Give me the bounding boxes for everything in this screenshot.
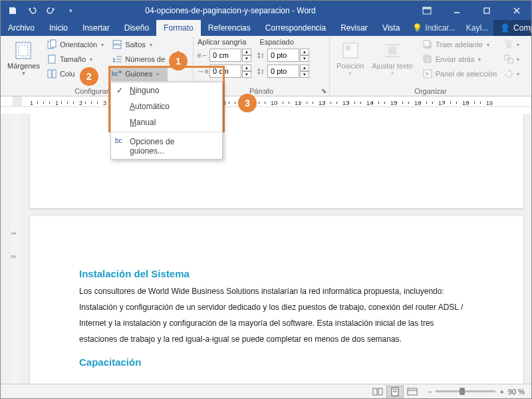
bulb-icon: 💡 — [412, 23, 422, 33]
svg-rect-20 — [345, 45, 350, 51]
web-layout-icon[interactable] — [404, 386, 421, 398]
svg-text:1: 1 — [112, 57, 116, 63]
space-before-spinner[interactable]: ‡↕▴▾ — [255, 48, 309, 63]
hyphen-manual-item[interactable]: Manual — [111, 114, 222, 130]
hyphenation-menu: Ninguno Automático Manual bcOpciones de … — [110, 82, 223, 160]
hyphen-options-label: Opciones de guiones... — [130, 137, 174, 156]
page-current[interactable]: Instalación del Sistema Los consultores … — [30, 216, 523, 384]
size-icon — [47, 54, 57, 65]
rotate-button[interactable]: ▾ — [501, 66, 522, 81]
read-mode-icon[interactable] — [369, 386, 386, 398]
send-back-button[interactable]: Enviar atrás▾ — [420, 52, 499, 66]
bring-forward-button[interactable]: Traer adelante▾ — [420, 37, 499, 52]
selection-pane-button[interactable]: Panel de selección — [420, 66, 499, 81]
orientation-button[interactable]: Orientación▾ — [44, 37, 106, 52]
paragraph-group-label: Párrafo — [249, 87, 273, 95]
svg-rect-1 — [423, 7, 431, 9]
undo-icon[interactable] — [27, 5, 37, 16]
space-after-spinner[interactable]: ‡↕▴▾ — [255, 64, 309, 78]
spacing-heading: Espaciado — [259, 38, 293, 46]
send-back-label: Enviar atrás — [436, 55, 475, 63]
space-after-input[interactable] — [267, 65, 299, 78]
tab-vista[interactable]: Vista — [375, 20, 407, 36]
svg-text:bc: bc — [112, 70, 118, 77]
callout-1: 1 — [169, 52, 188, 70]
tab-diseno[interactable]: Diseño — [117, 20, 156, 36]
tab-archivo[interactable]: Archivo — [1, 20, 42, 36]
tab-insertar[interactable]: Insertar — [75, 20, 117, 36]
zoom-out-button[interactable]: − — [428, 388, 432, 396]
svg-rect-30 — [506, 43, 511, 48]
hyphenation-label: Guiones — [125, 70, 152, 78]
doc-heading-1: Instalación del Sistema — [79, 268, 474, 279]
qat-dropdown-icon[interactable]: ▾ — [65, 5, 76, 16]
ribbon-display-icon[interactable] — [412, 1, 442, 20]
size-button[interactable]: Tamaño▾ — [44, 52, 106, 66]
horizontal-ruler[interactable]: 112345678910111213141516171819 — [1, 96, 531, 107]
tab-referencias[interactable]: Referencias — [201, 20, 258, 36]
columns-icon — [47, 68, 57, 79]
paragraph-launcher-icon[interactable]: ⬊ — [320, 87, 328, 95]
margins-icon — [13, 40, 34, 61]
group-icon — [503, 54, 514, 65]
svg-rect-8 — [49, 55, 55, 63]
tab-revisar[interactable]: Revisar — [333, 20, 375, 36]
indent-right-input[interactable] — [209, 65, 241, 78]
hyphenation-icon: bca- — [112, 68, 122, 79]
share-label: Compartir — [513, 23, 532, 33]
wrap-text-button[interactable]: Ajustar texto▼ — [368, 37, 417, 87]
line-numbers-button[interactable]: 1Números de — [109, 52, 168, 66]
position-label: Posición — [336, 62, 364, 70]
callout-3: 3 — [238, 94, 257, 112]
hyphen-auto-item[interactable]: Automático — [111, 98, 222, 114]
zoom-slider[interactable] — [436, 390, 495, 392]
send-back-icon — [422, 54, 433, 65]
zoom-in-button[interactable]: + — [499, 388, 503, 396]
window-title: 04-opciones-de-paginacion-y-separacion -… — [76, 6, 412, 15]
indent-left-spinner[interactable]: ≡←▴▾ — [198, 48, 251, 63]
space-before-input[interactable] — [267, 49, 299, 62]
breaks-icon — [112, 39, 122, 50]
svg-rect-38 — [408, 388, 417, 395]
tab-inicio[interactable]: Inicio — [42, 20, 75, 36]
position-button[interactable]: Posición▼ — [332, 37, 368, 87]
tab-formato[interactable]: Formato — [156, 20, 201, 36]
save-icon[interactable] — [7, 5, 18, 16]
orientation-label: Orientación — [60, 41, 97, 49]
account-name[interactable]: Kayl... — [461, 20, 493, 36]
chevron-down-icon: ▼ — [21, 70, 27, 76]
redo-icon[interactable] — [46, 5, 57, 16]
share-button[interactable]: 👤Compartir — [493, 20, 532, 36]
tab-correspondencia[interactable]: Correspondencia — [258, 20, 333, 36]
share-icon: 👤 — [500, 23, 510, 33]
hyphen-none-item[interactable]: Ninguno — [111, 82, 222, 98]
indent-left-input[interactable] — [209, 49, 241, 62]
svg-rect-7 — [51, 40, 56, 47]
hyphen-options-item[interactable]: bcOpciones de guiones... — [111, 134, 222, 159]
maximize-icon[interactable] — [471, 1, 501, 20]
svg-rect-11 — [113, 41, 121, 44]
line-numbers-label: Números de — [125, 55, 165, 63]
svg-rect-21 — [388, 47, 396, 55]
group-button[interactable]: ▾ — [501, 52, 522, 66]
callout-2: 2 — [80, 67, 98, 86]
arrange-group-label: Organizar — [414, 87, 446, 95]
align-icon — [503, 39, 514, 50]
svg-text:a-: a- — [118, 68, 122, 74]
svg-rect-34 — [378, 388, 382, 395]
close-icon[interactable] — [501, 1, 531, 20]
orientation-icon — [47, 39, 57, 50]
minimize-icon[interactable] — [442, 1, 471, 20]
svg-rect-27 — [425, 57, 431, 63]
indent-right-spinner[interactable]: →≡▴▾ — [198, 64, 251, 78]
print-layout-icon[interactable] — [386, 386, 404, 398]
tell-me[interactable]: 💡Indicar... — [407, 20, 460, 36]
vertical-ruler[interactable]: 1 2 — [10, 114, 21, 384]
indent-heading: Aplicar sangría — [198, 38, 246, 46]
align-button[interactable]: ▾ — [501, 37, 522, 52]
hyphenation-button[interactable]: bca-Guiones▾ — [109, 66, 168, 81]
breaks-button[interactable]: Saltos▾ — [109, 37, 168, 52]
wrap-text-icon — [382, 40, 403, 61]
zoom-level[interactable]: 90 % — [508, 388, 525, 396]
margins-button[interactable]: Márgenes ▼ — [3, 37, 44, 87]
